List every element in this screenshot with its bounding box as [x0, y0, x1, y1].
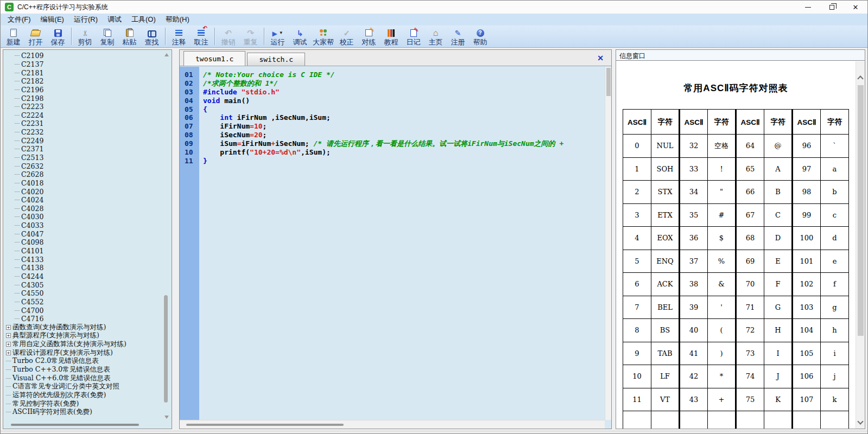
scrollbar-thumb[interactable] [858, 85, 864, 336]
tree-vertical-scrollbar[interactable] [163, 52, 170, 420]
paste-button[interactable]: 粘贴 [119, 27, 140, 46]
tree-item[interactable]: C2513 [3, 154, 163, 162]
tree-item[interactable]: C4716 [3, 315, 163, 323]
tree-item[interactable]: C2632 [3, 162, 163, 170]
tree-item[interactable]: Turbo C++3.0常见错误信息表 [3, 366, 163, 374]
save-button[interactable]: 保存 [47, 27, 68, 46]
menu-file[interactable]: 文件(F) [3, 14, 36, 25]
scroll-up-arrow[interactable] [164, 53, 169, 56]
tree-item[interactable]: C4033 [3, 221, 163, 230]
homepage-button[interactable]: 主页 [425, 27, 446, 46]
scroll-down-arrow[interactable] [164, 416, 169, 419]
tree-item[interactable]: C2109 [3, 52, 163, 60]
info-vertical-scrollbar[interactable] [856, 61, 865, 429]
expand-plus-icon[interactable]: + [6, 350, 11, 355]
run-button[interactable]: ▼运行 [267, 27, 288, 46]
tree-item[interactable]: C4098 [3, 238, 163, 247]
tree-item[interactable]: C4550 [3, 289, 163, 298]
tree-item[interactable]: C4138 [3, 264, 163, 272]
tree-item[interactable]: C4305 [3, 280, 163, 289]
tutorial-button[interactable]: 教程 [381, 27, 402, 46]
editor-vertical-scrollbar[interactable] [605, 67, 611, 420]
tree-item[interactable]: C2249 [3, 136, 163, 145]
correct-button[interactable]: 校正 [336, 27, 357, 46]
scrollbar-thumb[interactable] [186, 424, 344, 426]
menu-debug[interactable]: 调试 [103, 14, 126, 25]
community-help-button[interactable]: 大家帮 [312, 27, 335, 46]
tree-item[interactable]: C2196 [3, 86, 163, 94]
menu-help[interactable]: 帮助(H) [161, 14, 194, 25]
restore-button[interactable] [820, 1, 844, 14]
tree-item[interactable]: C4101 [3, 247, 163, 256]
find-button[interactable]: 查找 [141, 27, 162, 46]
tree-item[interactable]: C4024 [3, 196, 163, 205]
minimize-button[interactable] [796, 1, 820, 14]
code-editor[interactable]: 0102030405060708091011 /* Note:Your choi… [180, 67, 605, 420]
expand-plus-icon[interactable]: + [6, 325, 11, 330]
menu-tools[interactable]: 工具(O) [126, 14, 161, 25]
tree-item[interactable]: +典型源程序(支持演示与对练) [3, 331, 163, 340]
tree-item[interactable]: C2181 [3, 68, 163, 77]
menu-run[interactable]: 运行(R) [69, 14, 103, 25]
diary-button[interactable]: 日记 [403, 27, 424, 46]
practice-button[interactable]: 对练 [358, 27, 379, 46]
copy-button[interactable]: 复制 [97, 27, 118, 46]
tree-item[interactable]: C4133 [3, 255, 163, 264]
tree-item[interactable]: C4028 [3, 205, 163, 213]
tree-horizontal-scrollbar[interactable] [4, 422, 163, 427]
right-splitter[interactable] [612, 49, 616, 429]
tree-item[interactable]: Visual C++6.0常见错误信息表 [3, 374, 163, 382]
tree-item[interactable]: C2231 [3, 119, 163, 128]
tree-item[interactable]: C4047 [3, 229, 163, 238]
run-dropdown-arrow[interactable]: ▼ [279, 30, 283, 35]
tree-item[interactable]: ASCII码字符对照表(免费) [3, 408, 163, 417]
open-button[interactable]: 打开 [25, 27, 46, 46]
tree-item[interactable]: +课程设计源程序(支持演示与对练) [3, 348, 163, 357]
expand-plus-icon[interactable]: + [6, 342, 11, 347]
tree-item[interactable]: C2198 [3, 94, 163, 103]
tree-item[interactable]: C2232 [3, 128, 163, 137]
tree-item[interactable]: C4700 [3, 306, 163, 315]
tree-item[interactable]: 运算符的优先级别次序表(免费) [3, 391, 163, 400]
new-file-button[interactable]: 新建 [3, 27, 24, 46]
uncomment-button[interactable]: 取注 [191, 27, 212, 46]
left-splitter[interactable] [172, 49, 179, 429]
table-cell: 75 [736, 388, 764, 411]
editor-horizontal-scrollbar[interactable] [180, 420, 605, 429]
comment-button[interactable]: 注释 [168, 27, 189, 46]
help-button[interactable]: 帮助 [470, 27, 491, 46]
table-cell: G [764, 296, 793, 319]
tree-item[interactable]: C4020 [3, 187, 163, 196]
tab-switch[interactable]: switch.c [247, 53, 305, 66]
tree-item[interactable]: C4244 [3, 272, 163, 281]
tree-item[interactable]: C4030 [3, 213, 163, 221]
tree-item[interactable]: C4552 [3, 298, 163, 307]
tab-twosum1[interactable]: twosum1.c [183, 51, 245, 66]
scrollbar-thumb[interactable] [606, 68, 611, 96]
close-tab-icon[interactable]: ✕ [597, 54, 604, 62]
scroll-down-arrow[interactable] [857, 418, 863, 424]
tree-item[interactable]: C2137 [3, 60, 163, 69]
tree-item[interactable]: C2223 [3, 103, 163, 111]
tree-item[interactable]: C4018 [3, 179, 163, 188]
expand-plus-icon[interactable]: + [6, 333, 11, 338]
register-button[interactable]: 注册 [447, 27, 468, 46]
tree-item[interactable]: C2371 [3, 145, 163, 154]
menu-edit[interactable]: 编辑(E) [36, 14, 69, 25]
cut-button[interactable]: 剪切 [74, 27, 96, 46]
tree-item[interactable]: C语言常见专业词汇分类中英文对照 [3, 382, 163, 391]
debug-button[interactable]: 调试 [289, 27, 311, 46]
tree-item[interactable]: +常用自定义函数算法(支持演示与对练) [3, 340, 163, 349]
scrollbar-thumb[interactable] [11, 424, 139, 426]
tree-item[interactable]: 常见控制字符表(免费) [3, 399, 163, 408]
table-cell: 42 [680, 365, 708, 388]
tree-item[interactable]: Turbo C2.0常见错误信息表 [3, 357, 163, 366]
tree-item[interactable]: +函数查询(支持函数演示与对练) [3, 323, 163, 332]
line-number: 03 [180, 88, 199, 97]
tree-item[interactable]: C2224 [3, 111, 163, 119]
tree-item[interactable]: C2628 [3, 170, 163, 179]
scroll-up-arrow[interactable] [857, 75, 863, 81]
tree-item[interactable]: C2182 [3, 77, 163, 86]
scrollbar-thumb[interactable] [164, 295, 168, 403]
close-button[interactable]: ✕ [844, 1, 867, 14]
